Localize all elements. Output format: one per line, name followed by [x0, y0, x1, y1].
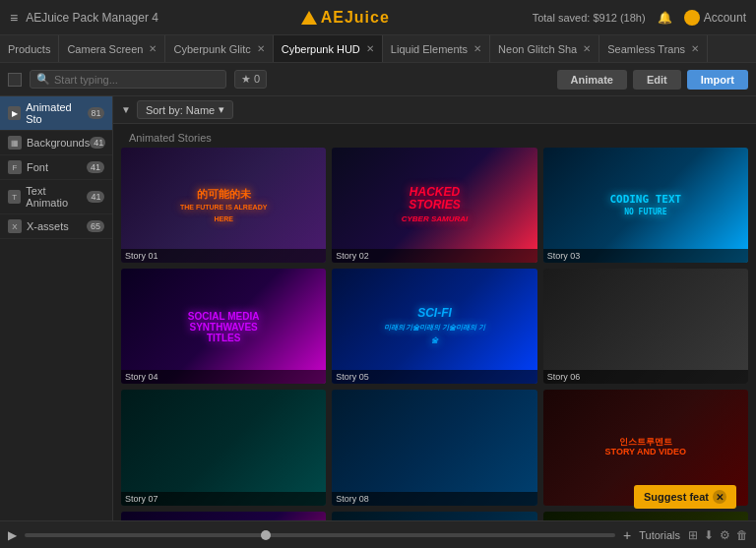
- tab-camera-screen-label: Camera Screen: [67, 43, 143, 55]
- tab-cyberpunk-hud-close[interactable]: ✕: [366, 43, 374, 54]
- bottom-right-icons: ⊞ ⬇ ⚙ 🗑: [688, 528, 748, 542]
- search-input[interactable]: [54, 74, 220, 86]
- story-01-label: Story 01: [121, 249, 326, 263]
- grid-item-story-07[interactable]: Story 07: [121, 390, 326, 505]
- sidebar-text-animation-badge: 41: [87, 191, 104, 203]
- toolbar: 🔍 ★ 0 Animate Edit Import: [0, 63, 756, 96]
- tab-neon-glitch-label: Neon Glitch Sha: [498, 43, 577, 55]
- sidebar-item-xassets[interactable]: X X-assets 65: [0, 214, 112, 239]
- tab-products-label: Products: [8, 43, 50, 55]
- grid-item-story-12[interactable]: [543, 512, 748, 520]
- animate-button[interactable]: Animate: [557, 70, 627, 90]
- content-area: ▼ Sort by: Name ▾ Animated Stories 的可能的未…: [113, 96, 756, 520]
- sidebar-item-animated-stories[interactable]: ▶ Animated Sto 81: [0, 96, 112, 131]
- search-icon: 🔍: [36, 73, 50, 86]
- backgrounds-icon: ▦: [8, 136, 22, 150]
- top-bar-left: ≡ AEJuice Pack Manager 4: [10, 10, 158, 26]
- text-animation-icon: T: [8, 190, 21, 204]
- main-area: ▶ Animated Sto 81 ▦ Backgrounds 41 F Fon…: [0, 96, 756, 520]
- grid-item-story-04[interactable]: SOCIAL MEDIASYNTHWAVES TITLES Story 04: [121, 269, 326, 384]
- logo-text: AEJuice: [321, 9, 390, 27]
- story-09-text: 인스트루멘트STORY AND VIDEO: [605, 438, 687, 457]
- sidebar-item-text-animation[interactable]: T Text Animatio 41: [0, 180, 112, 214]
- top-bar: ≡ AEJuice Pack Manager 4 AEJuice Total s…: [0, 0, 756, 35]
- tab-neon-glitch-close[interactable]: ✕: [583, 43, 591, 54]
- tab-camera-screen-close[interactable]: ✕: [149, 43, 157, 54]
- total-saved-label: Total saved: $912 (18h): [533, 12, 646, 24]
- story-07-label: Story 07: [121, 492, 326, 506]
- grid-item-story-08[interactable]: Story 08: [332, 390, 536, 505]
- sidebar-item-font[interactable]: F Font 41: [0, 155, 112, 180]
- grid-item-story-11[interactable]: NEW FASHIONPROMO STORIES: [332, 512, 536, 520]
- suggest-feature-close[interactable]: ✕: [713, 490, 726, 504]
- sidebar-backgrounds-label: Backgrounds: [27, 137, 90, 149]
- timeline-thumb[interactable]: [261, 530, 271, 540]
- logo-area: AEJuice: [301, 9, 390, 27]
- sidebar-backgrounds-badge: 41: [90, 137, 105, 149]
- tab-neon-glitch[interactable]: Neon Glitch Sha ✕: [490, 35, 599, 62]
- account-button[interactable]: Account: [684, 10, 746, 26]
- section-label: Animated Stories: [121, 128, 748, 148]
- grid-item-story-06[interactable]: Story 06: [543, 269, 748, 384]
- story-01-text: 的可能的未THE FUTURE IS ALREADY HERE: [172, 187, 275, 222]
- tab-liquid-elements[interactable]: Liquid Elements ✕: [383, 35, 490, 62]
- expand-icon[interactable]: ▼: [121, 104, 131, 115]
- sidebar-item-backgrounds[interactable]: ▦ Backgrounds 41: [0, 131, 112, 155]
- animated-stories-icon: ▶: [8, 106, 21, 120]
- suggest-feature-label: Suggest feat: [644, 491, 709, 503]
- settings-icon[interactable]: ⚙: [720, 528, 730, 542]
- sidebar-xassets-badge: 65: [87, 220, 104, 232]
- edit-button[interactable]: Edit: [633, 70, 681, 90]
- sidebar: ▶ Animated Sto 81 ▦ Backgrounds 41 F Fon…: [0, 96, 113, 520]
- story-08-label: Story 08: [332, 492, 536, 506]
- select-all-checkbox[interactable]: [8, 73, 22, 87]
- tab-seamless-trans-label: Seamless Trans: [607, 43, 685, 55]
- sort-chevron-icon: ▾: [219, 103, 224, 116]
- tab-camera-screen[interactable]: Camera Screen ✕: [59, 35, 165, 62]
- sidebar-font-badge: 41: [87, 161, 104, 173]
- star-filter-button[interactable]: ★ 0: [234, 70, 267, 89]
- download-icon[interactable]: ⬇: [704, 528, 714, 542]
- tab-cyberpunk-glitch[interactable]: Cyberpunk Glitc ✕: [165, 35, 273, 62]
- tab-seamless-trans-close[interactable]: ✕: [691, 43, 699, 54]
- story-04-text: SOCIAL MEDIASYNTHWAVES TITLES: [172, 310, 275, 342]
- grid-view-icon[interactable]: ⊞: [688, 528, 698, 542]
- grid-item-story-05[interactable]: SCI-FI미래의 기술미래의 기술미래의 기술 Story 05: [332, 269, 536, 384]
- timeline-slider[interactable]: [25, 533, 615, 537]
- sidebar-font-label: Font: [27, 161, 48, 173]
- story-02-text: HACKED STORIESCYBER SAMURAI: [383, 186, 485, 225]
- grid-container: Animated Stories 的可能的未THE FUTURE IS ALRE…: [113, 124, 756, 520]
- logo-triangle-icon: [301, 11, 317, 25]
- story-03-label: Story 03: [543, 249, 748, 263]
- tabs-bar: Products Camera Screen ✕ Cyberpunk Glitc…: [0, 35, 756, 63]
- font-icon: F: [8, 160, 22, 174]
- account-avatar: [684, 10, 700, 26]
- tab-products[interactable]: Products: [0, 35, 59, 62]
- hamburger-menu-icon[interactable]: ≡: [10, 10, 18, 26]
- grid-item-story-10[interactable]: TECHNOEVENTPROMO: [121, 512, 326, 520]
- bell-icon[interactable]: 🔔: [658, 11, 672, 25]
- star-filter-label: ★ 0: [241, 73, 260, 86]
- account-label: Account: [704, 11, 746, 25]
- sort-label: Sort by: Name: [146, 104, 215, 116]
- tab-seamless-trans[interactable]: Seamless Trans ✕: [599, 35, 708, 62]
- tab-cyberpunk-glitch-close[interactable]: ✕: [257, 43, 265, 54]
- trash-icon[interactable]: 🗑: [736, 528, 748, 542]
- import-button[interactable]: Import: [687, 70, 748, 90]
- grid-item-story-02[interactable]: HACKED STORIESCYBER SAMURAI Story 02: [332, 148, 536, 263]
- grid-item-story-03[interactable]: CODING TEXTNO FUTURE Story 03: [543, 148, 748, 263]
- sort-button[interactable]: Sort by: Name ▾: [137, 100, 233, 119]
- story-02-label: Story 02: [332, 249, 536, 263]
- grid-item-story-01[interactable]: 的可能的未THE FUTURE IS ALREADY HERE Story 01: [121, 148, 326, 263]
- sidebar-xassets-label: X-assets: [27, 220, 69, 232]
- story-06-label: Story 06: [543, 370, 748, 384]
- story-04-label: Story 04: [121, 370, 326, 384]
- tab-liquid-elements-close[interactable]: ✕: [473, 43, 481, 54]
- play-button[interactable]: ▶: [8, 528, 17, 542]
- search-box[interactable]: 🔍: [30, 70, 226, 89]
- top-bar-right: Total saved: $912 (18h) 🔔 Account: [533, 10, 746, 26]
- tutorials-button[interactable]: Tutorials: [639, 529, 680, 541]
- tab-cyberpunk-hud[interactable]: Cyberpunk HUD ✕: [274, 35, 383, 62]
- add-button[interactable]: +: [623, 527, 631, 543]
- suggest-feature-button[interactable]: Suggest feat ✕: [634, 485, 736, 509]
